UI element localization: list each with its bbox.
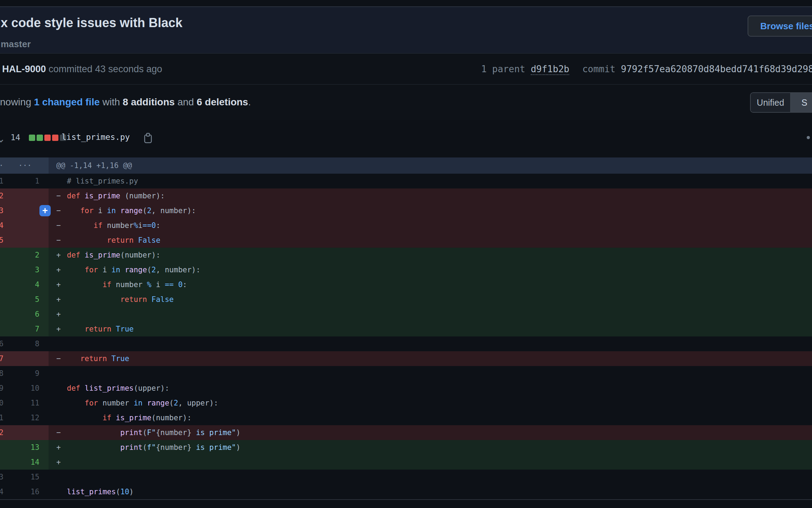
gutter-pad — [39, 174, 49, 188]
diff-row-context: 68 — [0, 336, 812, 351]
line-number-old[interactable]: 2 — [0, 188, 4, 203]
toggle-split[interactable]: S — [791, 93, 812, 112]
line-number-new[interactable] — [4, 351, 39, 366]
line-number-new[interactable]: 7 — [4, 322, 39, 336]
line-number-new[interactable]: 5 — [4, 292, 39, 307]
line-number-old[interactable]: 8 — [0, 366, 4, 381]
line-number-new[interactable]: 14 — [4, 455, 39, 470]
code-token — [147, 295, 152, 304]
line-number-old[interactable]: 1 — [0, 174, 4, 188]
code-token: True — [111, 354, 129, 363]
line-number-old[interactable] — [0, 262, 4, 277]
commit-author[interactable]: HAL-9000 — [2, 64, 46, 74]
line-number-new[interactable]: 4 — [4, 277, 39, 292]
line-number-old[interactable] — [0, 455, 4, 470]
toggle-unified[interactable]: Unified — [751, 93, 791, 112]
diff-line-code: if number % i == 0: — [67, 277, 812, 292]
line-number-new[interactable]: 1 — [4, 174, 39, 188]
line-number-old[interactable]: 14 — [0, 484, 4, 499]
file-menu-kebab-icon[interactable] — [807, 136, 810, 139]
line-number-old[interactable]: 6 — [0, 336, 4, 351]
diffstat-square-add — [29, 135, 35, 141]
gutter-pad — [39, 366, 49, 381]
diff-marker — [49, 396, 67, 410]
code-token: i — [138, 221, 143, 230]
code-token: if — [102, 414, 111, 422]
line-number-old[interactable]: 4 — [0, 218, 4, 233]
line-number-new[interactable]: 9 — [4, 366, 39, 381]
commit-title: x code style issues with Black — [1, 16, 182, 30]
line-number-new[interactable]: 13 — [4, 440, 39, 455]
summary-period: . — [248, 97, 251, 107]
line-number-old[interactable] — [0, 307, 4, 322]
code-token: return — [107, 236, 134, 244]
line-number-new[interactable] — [4, 218, 39, 233]
line-number-old[interactable] — [0, 248, 4, 262]
line-number-old[interactable]: 10 — [0, 396, 4, 410]
line-number-new[interactable]: 16 — [4, 484, 39, 499]
hunk-old-dots: ··· — [0, 157, 4, 174]
code-token: is prime" — [191, 428, 236, 437]
summary-prefix: nowing — [0, 97, 34, 107]
line-number-new[interactable]: 6 — [4, 307, 39, 322]
line-number-new[interactable]: 2 — [4, 248, 39, 262]
line-number-old[interactable] — [0, 322, 4, 336]
line-number-old[interactable] — [0, 292, 4, 307]
line-number-old[interactable]: 3 — [0, 203, 4, 218]
file-name[interactable]: list_primes.py — [62, 132, 130, 142]
diff-marker: + — [49, 248, 67, 262]
code-token: False — [138, 236, 160, 244]
code-token: list_primes — [85, 384, 134, 392]
line-number-new[interactable]: 8 — [4, 336, 39, 351]
line-number-new[interactable] — [4, 425, 39, 440]
line-number-new[interactable]: 15 — [4, 470, 39, 484]
line-number-new[interactable] — [4, 233, 39, 248]
line-number-new[interactable]: 11 — [4, 396, 39, 410]
line-number-old[interactable]: 11 — [0, 410, 4, 425]
diff-line-code: return True — [67, 351, 812, 366]
file-bottom-edge — [0, 499, 812, 508]
line-number-new[interactable]: 12 — [4, 410, 39, 425]
parent-sha-link[interactable]: d9f1b2b — [531, 64, 569, 75]
code-token: 0 — [178, 280, 183, 289]
gutter-pad — [39, 396, 49, 410]
line-number-old[interactable]: 7 — [0, 351, 4, 366]
changes-count: 14 — [11, 133, 20, 142]
browse-files-button[interactable]: Browse files — [748, 16, 812, 37]
line-number-new[interactable]: 3 — [4, 262, 39, 277]
code-token — [120, 266, 125, 274]
changed-files-link[interactable]: 1 changed file — [34, 97, 100, 107]
copy-path-icon[interactable] — [144, 132, 153, 145]
code-token: ( — [169, 399, 174, 407]
diff-line-code — [67, 455, 812, 470]
gutter-pad — [39, 277, 49, 292]
code-token — [80, 192, 85, 200]
diff-marker: + — [49, 440, 67, 455]
line-number-old[interactable]: 9 — [0, 381, 4, 396]
add-comment-plus-button[interactable]: + — [39, 205, 51, 216]
line-number-new[interactable] — [4, 203, 39, 218]
hunk-gutter-pad — [39, 157, 49, 174]
diff-line-code: return False — [67, 292, 812, 307]
line-number-old[interactable] — [0, 277, 4, 292]
code-token: print — [120, 428, 143, 437]
code-token — [143, 399, 147, 407]
gutter-pad — [39, 470, 49, 484]
code-token: in — [107, 206, 116, 215]
line-number-old[interactable]: 5 — [0, 233, 4, 248]
collapse-chevron-icon[interactable]: ⌄ — [0, 132, 5, 145]
diff-row-add: 2+def is_prime(number): — [0, 248, 812, 262]
diff-row-context: 910def list_primes(upper): — [0, 381, 812, 396]
line-number-old[interactable] — [0, 440, 4, 455]
code-token: False — [151, 295, 174, 304]
line-number-new[interactable] — [4, 188, 39, 203]
line-number-new[interactable]: 10 — [4, 381, 39, 396]
code-token: == — [143, 221, 151, 230]
line-number-old[interactable]: 12 — [0, 425, 4, 440]
diff-line-code — [67, 470, 812, 484]
code-token: True — [116, 325, 134, 333]
line-number-old[interactable]: 13 — [0, 470, 4, 484]
code-token: {number} — [156, 428, 191, 437]
gutter-pad — [39, 322, 49, 336]
diff-row-del: 4− if number%i==0: — [0, 218, 812, 233]
